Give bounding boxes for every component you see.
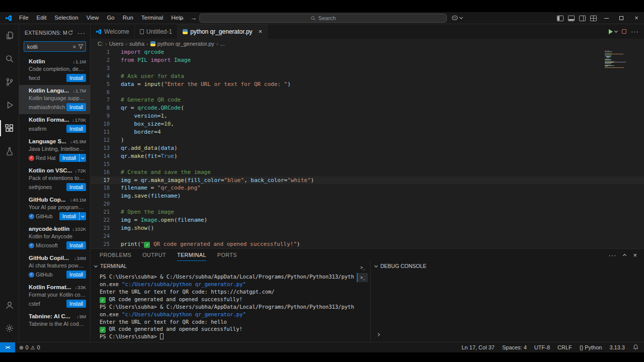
- code-line[interactable]: 11 border=4: [91, 128, 644, 136]
- menu-edit[interactable]: Edit: [33, 12, 51, 24]
- extension-list-item[interactable]: Language S...↓45.9MJava Linting, Intelli…: [19, 136, 90, 165]
- install-button[interactable]: Install: [66, 125, 86, 133]
- activitybar-accounts[interactable]: [0, 294, 19, 317]
- menu-terminal[interactable]: Terminal: [137, 12, 167, 24]
- code-line[interactable]: 14qr.make(fit=True): [91, 152, 644, 160]
- debug-console-prompt[interactable]: [377, 329, 379, 338]
- extension-list-item[interactable]: GitHub Cop...↓40.1MYour AI pair programm…: [19, 194, 90, 223]
- terminal-tab-icon-active[interactable]: >_: [357, 273, 368, 282]
- toggle-secondary-sidebar-icon[interactable]: [577, 12, 588, 24]
- close-panel-icon[interactable]: ×: [633, 251, 637, 259]
- code-line[interactable]: 15: [91, 160, 644, 168]
- forward-arrow-icon[interactable]: →: [190, 12, 197, 24]
- breadcrumb-item[interactable]: Users: [109, 41, 124, 47]
- menu-selection[interactable]: Selection: [50, 12, 82, 24]
- terminal-tab-icon[interactable]: >_: [357, 263, 368, 272]
- menu-run[interactable]: Run: [119, 12, 137, 24]
- code-line[interactable]: 3: [91, 64, 644, 72]
- extension-list-item[interactable]: Tabnine: AI C...↓9MTabnine is the AI cod…: [19, 311, 90, 330]
- install-dropdown-icon[interactable]: [79, 154, 86, 162]
- minimap[interactable]: [605, 51, 637, 68]
- install-button[interactable]: Install: [66, 241, 86, 249]
- toggle-sidebar-icon[interactable]: [554, 12, 566, 24]
- breadcrumb-item[interactable]: ...: [220, 41, 225, 47]
- filter-icon[interactable]: [78, 44, 84, 49]
- square-icon[interactable]: [622, 29, 626, 34]
- terminal-section-header[interactable]: TERMINAL: [91, 261, 370, 271]
- code-line[interactable]: 8qr = qrcode.QRCode(: [91, 104, 644, 112]
- activitybar-search[interactable]: [0, 47, 19, 70]
- back-arrow-icon[interactable]: ←: [179, 12, 185, 24]
- install-button[interactable]: Install: [59, 212, 86, 220]
- activitybar-settings[interactable]: [0, 317, 19, 340]
- code-line[interactable]: 6: [91, 88, 644, 97]
- command-center-search[interactable]: Search: [199, 14, 447, 23]
- more-actions-icon[interactable]: ···: [77, 29, 86, 37]
- status-cursor-position[interactable]: Ln 17, Col 37: [461, 344, 494, 350]
- code-line[interactable]: 25print("✓ QR code generated and opened …: [91, 240, 644, 248]
- code-line[interactable]: 22img = Image.open(filename): [91, 216, 644, 224]
- extension-list-item[interactable]: GitHub Copil...↓34MAI chat features powe…: [19, 252, 90, 282]
- code-line[interactable]: 7# Generate QR code: [91, 96, 644, 104]
- clear-search-icon[interactable]: ×: [73, 44, 76, 50]
- install-button[interactable]: Install: [66, 300, 86, 308]
- menu-go[interactable]: Go: [103, 12, 118, 24]
- refresh-icon[interactable]: [67, 30, 73, 36]
- activitybar-source-control[interactable]: [0, 70, 19, 94]
- code-line[interactable]: 2from PIL import Image: [91, 56, 644, 64]
- notifications-bell-icon[interactable]: [632, 344, 639, 351]
- breadcrumb-item[interactable]: C:: [98, 41, 103, 47]
- code-line[interactable]: 10 box_size=10,: [91, 120, 644, 128]
- panel-tab-problems[interactable]: PROBLEMS: [100, 249, 131, 261]
- menu-view[interactable]: View: [83, 12, 103, 24]
- code-line[interactable]: 20: [91, 200, 644, 208]
- minimize-button[interactable]: [599, 12, 614, 24]
- code-line[interactable]: 12): [91, 136, 644, 144]
- install-button[interactable]: Install: [59, 154, 86, 162]
- code-line[interactable]: 1import qrcode: [91, 48, 644, 56]
- maximize-panel-icon[interactable]: [623, 254, 626, 257]
- breadcrumb-item[interactable]: python qr_generator.py: [150, 41, 214, 47]
- extension-list-item[interactable]: Kotlin Format...↓33KFormat your Kotlin c…: [19, 282, 90, 311]
- menu-file[interactable]: File: [15, 12, 33, 24]
- remote-indicator[interactable]: ><: [0, 342, 15, 352]
- code-line[interactable]: 23img.show(): [91, 224, 644, 232]
- install-button[interactable]: Install: [66, 270, 86, 279]
- install-button[interactable]: Install: [66, 103, 86, 111]
- tab-untitled-1[interactable]: Untitled-1: [135, 24, 178, 39]
- tab-python-qr-generator-py[interactable]: python qr_generator.py×: [178, 24, 268, 39]
- code-line[interactable]: 13qr.add_data(data): [91, 144, 644, 152]
- code-line[interactable]: 24: [91, 232, 644, 240]
- code-line[interactable]: 18filename = "qr_code.png": [91, 184, 644, 192]
- code-editor[interactable]: 1import qrcode2from PIL import Image34# …: [91, 48, 644, 248]
- extension-list-item[interactable]: Kotlin Langu...↓1.7MKotlin language supp…: [19, 85, 90, 114]
- activitybar-run-debug[interactable]: [0, 94, 19, 117]
- more-actions-icon[interactable]: ···: [631, 28, 639, 35]
- code-line[interactable]: 4# Ask user for data: [91, 72, 644, 80]
- code-line[interactable]: 17img = qr.make_image(fill_color="blue",…: [91, 176, 644, 185]
- activitybar-testing[interactable]: [0, 140, 19, 163]
- status-language-mode[interactable]: {} Python: [580, 344, 602, 350]
- terminal-output[interactable]: PS C:\Users\subha> & C:/Users/subha/AppD…: [91, 271, 370, 342]
- install-dropdown-icon[interactable]: [79, 212, 86, 220]
- breadcrumb-item[interactable]: subha: [129, 41, 144, 47]
- code-line[interactable]: 16# Create and save the image: [91, 168, 644, 176]
- close-tab-icon[interactable]: ×: [259, 28, 263, 35]
- toggle-panel-icon[interactable]: [566, 12, 577, 24]
- status-encoding[interactable]: UTF-8: [534, 344, 550, 350]
- maximize-button[interactable]: [614, 12, 629, 24]
- code-line[interactable]: 19img.save(filename): [91, 192, 644, 200]
- install-button[interactable]: Install: [66, 74, 86, 82]
- status-eol[interactable]: CRLF: [557, 344, 572, 350]
- panel-tab-terminal[interactable]: TERMINAL: [177, 249, 206, 261]
- panel-tab-ports[interactable]: PORTS: [217, 249, 237, 261]
- extension-list-item[interactable]: anycode-kotlin↓102KKotlin for Anycode✓Mi…: [19, 223, 90, 252]
- extension-list-item[interactable]: Kotlin Forma...↓170KesafirmInstall: [19, 114, 90, 136]
- close-button[interactable]: ×: [629, 12, 644, 24]
- extensions-search-input[interactable]: [27, 44, 73, 50]
- install-button[interactable]: Install: [66, 183, 86, 191]
- status-indentation[interactable]: Spaces: 4: [502, 344, 527, 350]
- extension-list-item[interactable]: Kotlin on VSC...↓72KPack of extentions t…: [19, 165, 90, 194]
- tab-welcome[interactable]: Welcome: [91, 24, 135, 39]
- problems-status[interactable]: ⊗0 ⚠0: [19, 344, 40, 350]
